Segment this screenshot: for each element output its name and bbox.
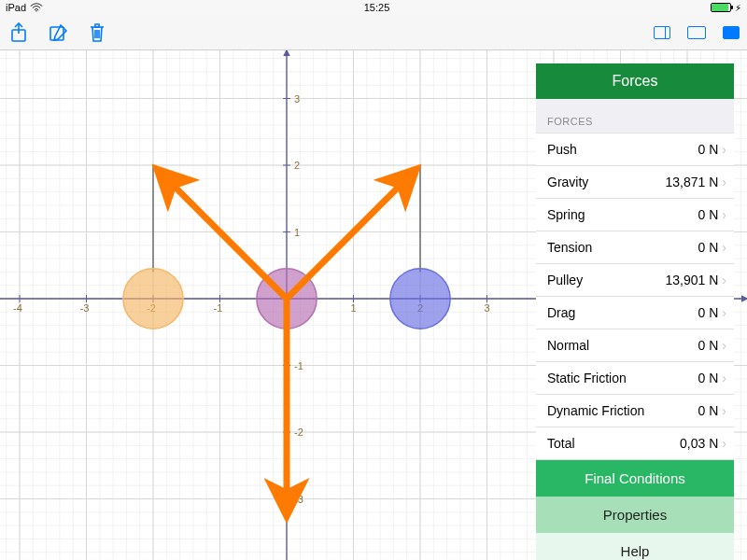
chevron-right-icon: › bbox=[722, 305, 726, 320]
svg-text:3: 3 bbox=[294, 93, 300, 105]
chevron-right-icon: › bbox=[722, 175, 726, 189]
wifi-icon bbox=[30, 3, 43, 12]
status-bar: iPad 15:25 ⚡︎ bbox=[0, 0, 747, 15]
forces-panel: Forces FORCES Push0 N›Gravity13,871 N›Sp… bbox=[536, 63, 734, 560]
chevron-right-icon: › bbox=[722, 338, 726, 353]
panel-toggle-blank[interactable] bbox=[687, 26, 706, 39]
panel-toggle-filled[interactable] bbox=[723, 26, 740, 39]
svg-point-0 bbox=[35, 10, 36, 11]
force-row-drag[interactable]: Drag0 N› bbox=[536, 297, 734, 329]
chevron-right-icon: › bbox=[722, 371, 726, 385]
force-value: 0 N bbox=[698, 338, 719, 353]
force-label: Total bbox=[547, 436, 575, 451]
svg-text:1: 1 bbox=[351, 302, 357, 314]
force-label: Gravity bbox=[547, 175, 588, 189]
force-row-push[interactable]: Push0 N› bbox=[536, 133, 734, 166]
force-value: 0 N bbox=[698, 305, 719, 320]
force-value: 0 N bbox=[698, 142, 719, 157]
svg-text:-1: -1 bbox=[294, 360, 303, 371]
trash-icon[interactable] bbox=[86, 21, 108, 44]
tab-properties[interactable]: Properties bbox=[536, 497, 734, 533]
panel-header-forces[interactable]: Forces bbox=[536, 63, 734, 99]
tab-final-conditions[interactable]: Final Conditions bbox=[536, 460, 734, 497]
force-label: Drag bbox=[547, 305, 575, 320]
force-value: 0,03 N bbox=[680, 436, 718, 451]
force-row-normal[interactable]: Normal0 N› bbox=[536, 329, 734, 362]
right-mass[interactable] bbox=[390, 269, 450, 329]
toolbar bbox=[0, 15, 747, 50]
force-value: 0 N bbox=[698, 240, 719, 255]
view-toggle[interactable] bbox=[654, 26, 740, 39]
chevron-right-icon: › bbox=[722, 403, 726, 418]
charging-icon: ⚡︎ bbox=[735, 3, 741, 13]
svg-text:-1: -1 bbox=[214, 302, 223, 314]
force-value: 13,901 N bbox=[666, 273, 719, 287]
svg-text:-2: -2 bbox=[294, 427, 303, 438]
force-value: 13,871 N bbox=[666, 175, 719, 189]
left-mass[interactable] bbox=[123, 269, 183, 329]
share-icon[interactable] bbox=[7, 21, 30, 44]
chevron-right-icon: › bbox=[722, 142, 726, 157]
force-label: Spring bbox=[547, 207, 585, 222]
force-value: 0 N bbox=[698, 403, 719, 418]
force-label: Static Friction bbox=[547, 371, 627, 385]
force-value: 0 N bbox=[698, 207, 719, 222]
force-row-total[interactable]: Total0,03 N› bbox=[536, 427, 734, 460]
force-label: Normal bbox=[547, 338, 589, 353]
svg-text:-3: -3 bbox=[294, 494, 303, 505]
tab-help[interactable]: Help bbox=[536, 533, 734, 560]
device-label: iPad bbox=[6, 2, 26, 13]
section-label-forces: FORCES bbox=[536, 99, 734, 133]
force-label: Tension bbox=[547, 240, 592, 255]
force-row-pulley[interactable]: Pulley13,901 N› bbox=[536, 264, 734, 297]
force-label: Push bbox=[547, 142, 577, 157]
svg-text:1: 1 bbox=[294, 227, 300, 238]
force-row-tension[interactable]: Tension0 N› bbox=[536, 231, 734, 264]
compose-icon[interactable] bbox=[47, 21, 69, 44]
force-label: Pulley bbox=[547, 273, 583, 287]
clock: 15:25 bbox=[364, 2, 390, 13]
svg-text:-4: -4 bbox=[13, 302, 22, 314]
chevron-right-icon: › bbox=[722, 436, 726, 451]
force-row-dynamic-friction[interactable]: Dynamic Friction0 N› bbox=[536, 395, 734, 427]
force-row-gravity[interactable]: Gravity13,871 N› bbox=[536, 166, 734, 199]
chevron-right-icon: › bbox=[722, 207, 726, 222]
force-value: 0 N bbox=[698, 371, 719, 385]
vector-pulley-right[interactable] bbox=[287, 172, 414, 299]
svg-text:-3: -3 bbox=[80, 302, 90, 314]
chevron-right-icon: › bbox=[722, 273, 726, 287]
force-label: Dynamic Friction bbox=[547, 403, 644, 418]
panel-toggle-left[interactable] bbox=[654, 26, 670, 39]
vector-pulley-left[interactable] bbox=[160, 172, 287, 299]
battery-icon bbox=[711, 3, 731, 12]
svg-text:3: 3 bbox=[485, 302, 490, 314]
force-row-spring[interactable]: Spring0 N› bbox=[536, 199, 734, 231]
svg-text:2: 2 bbox=[294, 160, 300, 171]
force-row-static-friction[interactable]: Static Friction0 N› bbox=[536, 362, 734, 395]
chevron-right-icon: › bbox=[722, 240, 726, 255]
